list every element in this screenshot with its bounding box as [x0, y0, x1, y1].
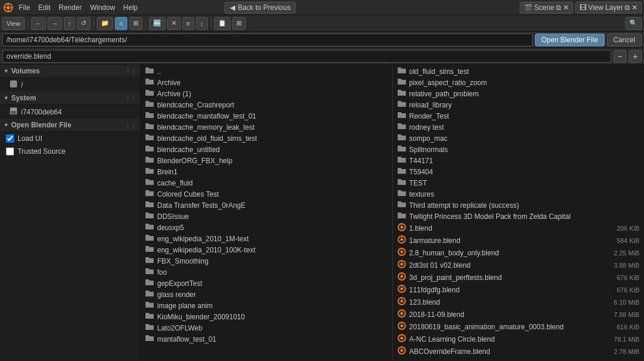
list-item[interactable]: 2.8_human_body_only.blend2.25 MiB — [393, 247, 645, 259]
list-item[interactable]: 111fdgdfg.blend676 KiB — [393, 284, 645, 296]
system-collapse-icon[interactable]: ▼ — [4, 95, 9, 101]
sort-button[interactable]: ≡ — [182, 17, 194, 30]
nav-back-button[interactable]: ← — [31, 17, 46, 30]
file-name: cache_fluid — [157, 179, 388, 187]
system-options-icon[interactable]: ⋮⋮ — [125, 95, 137, 102]
list-item[interactable]: A-NC Learning Circle.blend78.1 MiB — [393, 333, 645, 345]
list-item[interactable]: 2018-11-09.blend7.88 MiB — [393, 308, 645, 320]
list-item[interactable]: old_fluid_sims_test — [393, 66, 645, 77]
list-item[interactable]: mantaflow_test_01 — [141, 333, 392, 345]
list-item[interactable]: reload_library — [393, 99, 645, 110]
list-item[interactable]: BlenderORG_FBX_help — [141, 155, 392, 166]
open-file-collapse-icon[interactable]: ▼ — [4, 122, 9, 128]
grid-view-button[interactable]: ⊞ — [129, 17, 143, 30]
folder-icon — [145, 201, 154, 210]
list-item[interactable]: 20180619_basic_animation_amature_0003.bl… — [393, 320, 645, 333]
path-input[interactable] — [2, 33, 533, 46]
list-item[interactable]: Archive (1) — [141, 88, 392, 99]
list-item[interactable]: 1armature.blend584 KiB — [393, 234, 645, 247]
list-item[interactable]: eng_wikipedia_2010_1M-text — [141, 233, 392, 244]
list-item[interactable]: deusxp5 — [141, 222, 392, 233]
cancel-button[interactable]: Cancel — [607, 33, 642, 46]
trusted-source-checkbox[interactable] — [6, 147, 14, 156]
file-name: blendcache_memory_leak_test — [157, 123, 388, 131]
list-item[interactable]: Render_Test — [393, 110, 645, 122]
list-item[interactable]: Lato2OFLWeb — [141, 322, 392, 333]
list-item[interactable]: Splitnormals — [393, 144, 645, 155]
list-item[interactable]: gepExportTest — [141, 278, 392, 289]
list-item[interactable]: blendcache_mantaflow_test_01 — [141, 110, 392, 122]
menu-render[interactable]: Render — [55, 2, 85, 13]
list-item[interactable]: 3d_proj_paint_perftests.blend676 KiB — [393, 271, 645, 284]
list-item[interactable]: blendcache_old_fluid_sims_test — [141, 133, 392, 144]
list-item[interactable]: FBX_Smoothing — [141, 255, 392, 266]
filename-input[interactable] — [2, 50, 611, 63]
list-item[interactable]: cache_fluid — [141, 177, 392, 188]
list-item[interactable]: 2dt3st 01 v02.blend3.88 MiB — [393, 259, 645, 271]
svg-point-1 — [6, 6, 10, 9]
open-file-options-icon[interactable]: ⋮⋮ — [125, 122, 137, 129]
list-item[interactable]: glass render — [141, 289, 392, 300]
trusted-source-row[interactable]: Trusted Source — [0, 145, 140, 158]
nav-up-button[interactable]: ↑ — [64, 17, 76, 30]
volumes-collapse-icon[interactable]: ▼ — [4, 68, 9, 74]
list-item[interactable]: KioMiku_blender_20091010 — [141, 311, 392, 322]
create-folder-button[interactable]: 📁 — [97, 17, 113, 30]
list-item[interactable]: Data Transfer Tests_0rAngE — [141, 200, 392, 211]
volumes-options-icon[interactable]: ⋮⋮ — [125, 68, 137, 75]
list-item[interactable]: Twilight Princess 3D Model Pack from Zel… — [393, 211, 645, 222]
list-item[interactable]: TEST — [393, 177, 645, 188]
list-item[interactable]: .. — [141, 66, 392, 77]
view-layer-selector[interactable]: 🎞 View Layer ⧉ ✕ — [575, 2, 642, 14]
menu-help[interactable]: Help — [120, 2, 141, 13]
list-item[interactable]: DDSIssue — [141, 211, 392, 222]
scene-selector[interactable]: 🎬 Scene ⧉ ✕ — [520, 2, 573, 14]
list-item[interactable]: ABCOverrideFrame.blend2.78 MiB — [393, 345, 645, 357]
list-item[interactable]: image plane anim — [141, 300, 392, 311]
file-name: Lato2OFLWeb — [157, 324, 388, 332]
text-filter-button[interactable]: 🔤 — [149, 17, 165, 30]
list-item[interactable]: eng_wikipedia_2010_100K-text — [141, 244, 392, 255]
menu-edit[interactable]: Edit — [35, 2, 54, 13]
decrement-button[interactable]: − — [614, 50, 626, 63]
file-name: pixel_aspect_ratio_zoom — [409, 79, 640, 87]
list-view-button[interactable]: ≡ — [115, 17, 127, 30]
file-name: ABCOverrideFrame.blend — [409, 347, 611, 356]
list-item[interactable]: 1.blend206 KiB — [393, 222, 645, 234]
list-item[interactable]: relative_path_problem — [393, 88, 645, 99]
menu-file[interactable]: File — [15, 2, 33, 13]
back-button[interactable]: ◀ Back to Previous — [225, 2, 296, 14]
bookmarks-button[interactable]: 📋 — [214, 17, 231, 30]
view-button[interactable]: View — [2, 17, 25, 30]
load-ui-row[interactable]: Load UI — [0, 132, 140, 145]
load-ui-checkbox[interactable] — [6, 134, 14, 143]
list-item[interactable]: sompo_mac — [393, 133, 645, 144]
list-item[interactable]: textures — [393, 188, 645, 200]
open-blender-file-button[interactable]: Open Blender File — [535, 33, 605, 46]
list-item[interactable]: blendcache_memory_leak_test — [141, 122, 392, 133]
list-item[interactable]: 123.blend6.10 MiB — [393, 296, 645, 308]
list-item[interactable]: T59404 — [393, 166, 645, 177]
list-item[interactable]: Colored Cubes Test — [141, 188, 392, 200]
list-item[interactable]: foo — [141, 266, 392, 278]
search-input-wrapper[interactable]: 🔍 — [625, 17, 642, 30]
list-item[interactable]: Brein1 — [141, 166, 392, 177]
filter-button[interactable]: ✕ — [167, 17, 181, 30]
svg-point-26 — [400, 288, 403, 291]
sidebar-item-home[interactable]: i74700deb64 — [0, 105, 140, 119]
list-item[interactable]: rodney test — [393, 122, 645, 133]
menu-window[interactable]: Window — [86, 2, 118, 13]
list-item[interactable]: blendcache_Crashreport — [141, 99, 392, 110]
nav-forward-button[interactable]: → — [48, 17, 62, 30]
list-item[interactable]: Archive — [141, 77, 392, 88]
sidebar-item-root[interactable]: / — [0, 78, 140, 92]
file-size: 676 KiB — [616, 274, 639, 281]
sort-dir-button[interactable]: ↕ — [196, 17, 208, 30]
list-item[interactable]: Third attempt to replicate (success) — [393, 200, 645, 211]
increment-button[interactable]: + — [629, 50, 642, 63]
nav-refresh-button[interactable]: ↺ — [77, 17, 90, 30]
list-item[interactable]: T44171 — [393, 155, 645, 166]
layout-button[interactable]: ⊞ — [232, 17, 246, 30]
list-item[interactable]: pixel_aspect_ratio_zoom — [393, 77, 645, 88]
list-item[interactable]: blendcache_untitled — [141, 144, 392, 155]
